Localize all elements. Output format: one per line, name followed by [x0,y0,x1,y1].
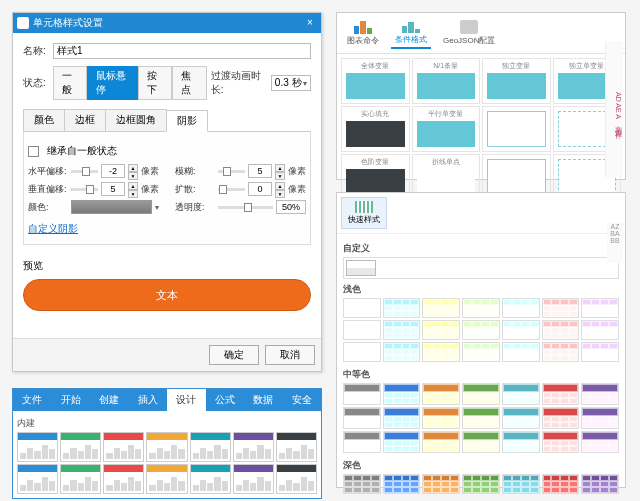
duration-select[interactable]: 0.3 秒 ▾ [271,75,311,91]
style-swatch[interactable] [581,342,619,362]
state-tab-focus[interactable]: 焦点 [172,66,206,100]
chart-template-item[interactable]: N/1条量 [412,58,481,104]
theme-thumbnail[interactable] [233,464,274,494]
style-swatch[interactable] [422,342,460,362]
theme-thumbnail[interactable] [17,464,58,494]
tab-geojson-config[interactable]: GeoJSON配置 [439,18,499,48]
ribbon-tab[interactable]: 安全 [283,389,322,411]
state-tab-pressed[interactable]: 按下 [138,66,172,100]
ribbon-tab[interactable]: 公式 [206,389,245,411]
ribbon-tab[interactable]: 数据 [244,389,283,411]
style-swatch[interactable] [383,383,421,405]
style-swatch[interactable] [422,320,460,340]
tab-conditional-format[interactable]: 条件格式 [391,17,431,49]
style-swatch[interactable] [343,342,381,362]
theme-thumbnail[interactable] [17,432,58,462]
state-tab-hover[interactable]: 鼠标悬停 [87,66,138,100]
style-swatch[interactable] [502,320,540,340]
style-swatch[interactable] [502,383,540,405]
ribbon-tab[interactable]: 插入 [129,389,168,411]
spread-slider[interactable] [218,188,245,191]
custom-style-item[interactable] [346,260,376,276]
style-swatch[interactable] [542,407,580,429]
style-swatch[interactable] [542,474,580,494]
ribbon-tab[interactable]: 开始 [52,389,91,411]
style-swatch[interactable] [383,342,421,362]
theme-thumbnail[interactable] [146,432,187,462]
style-swatch[interactable] [542,383,580,405]
cancel-button[interactable]: 取消 [265,345,315,365]
hoff-slider[interactable] [71,170,98,173]
opacity-value[interactable]: 50% [276,200,306,214]
voff-slider[interactable] [71,188,98,191]
color-picker[interactable] [71,200,152,214]
style-swatch[interactable] [343,407,381,429]
ribbon-tab[interactable]: 设计 [167,389,206,411]
theme-thumbnail[interactable] [103,432,144,462]
ok-button[interactable]: 确定 [209,345,259,365]
style-swatch[interactable] [343,298,381,318]
tab-chart-commands[interactable]: 图表命令 [343,18,383,48]
style-swatch[interactable] [502,407,540,429]
hoff-spinner[interactable]: ▲▼ [128,164,138,178]
style-swatch[interactable] [462,474,500,494]
close-icon[interactable]: × [303,16,317,30]
style-swatch[interactable] [581,431,619,453]
opacity-slider[interactable] [218,206,273,209]
tab-shadow[interactable]: 阴影 [166,110,208,132]
style-swatch[interactable] [343,431,381,453]
style-swatch[interactable] [462,383,500,405]
style-swatch[interactable] [462,431,500,453]
style-swatch[interactable] [581,383,619,405]
theme-thumbnail[interactable] [146,464,187,494]
style-swatch[interactable] [581,407,619,429]
hoff-value[interactable]: -2 [101,164,125,178]
style-swatch[interactable] [383,320,421,340]
blur-value[interactable]: 5 [248,164,272,178]
inherit-checkbox[interactable] [28,146,39,157]
style-swatch[interactable] [502,431,540,453]
theme-thumbnail[interactable] [276,432,317,462]
chart-template-item[interactable]: 全体变量 [341,58,410,104]
quick-style-button[interactable]: 快速样式 [341,197,387,229]
theme-thumbnail[interactable] [276,464,317,494]
style-swatch[interactable] [502,298,540,318]
style-swatch[interactable] [383,431,421,453]
style-swatch[interactable] [542,342,580,362]
style-swatch[interactable] [422,431,460,453]
style-swatch[interactable] [422,383,460,405]
ribbon-tab[interactable]: 创建 [90,389,129,411]
custom-shadow-link[interactable]: 自定义阴影 [28,222,78,236]
style-swatch[interactable] [462,342,500,362]
ribbon-tab[interactable]: 文件 [13,389,52,411]
state-tab-normal[interactable]: 一般 [53,66,87,100]
theme-thumbnail[interactable] [190,464,231,494]
style-swatch[interactable] [383,474,421,494]
style-swatch[interactable] [383,298,421,318]
style-swatch[interactable] [462,320,500,340]
style-swatch[interactable] [422,474,460,494]
blur-spinner[interactable]: ▲▼ [275,164,285,178]
style-swatch[interactable] [383,407,421,429]
style-swatch[interactable] [542,298,580,318]
style-swatch[interactable] [422,298,460,318]
tab-color[interactable]: 颜色 [23,109,65,131]
theme-thumbnail[interactable] [190,432,231,462]
voff-value[interactable]: 5 [101,182,125,196]
dialog-titlebar[interactable]: 单元格样式设置 × [13,13,321,33]
chart-template-item[interactable] [482,106,551,152]
style-swatch[interactable] [462,298,500,318]
style-swatch[interactable] [502,474,540,494]
spread-value[interactable]: 0 [248,182,272,196]
style-swatch[interactable] [542,320,580,340]
voff-spinner[interactable]: ▲▼ [128,182,138,196]
name-input[interactable] [53,43,311,59]
style-swatch[interactable] [581,320,619,340]
spread-spinner[interactable]: ▲▼ [275,182,285,196]
theme-thumbnail[interactable] [60,432,101,462]
theme-thumbnail[interactable] [233,432,274,462]
tab-border[interactable]: 边框 [64,109,106,131]
style-swatch[interactable] [422,407,460,429]
chart-template-item[interactable]: 独立变量 [482,58,551,104]
style-swatch[interactable] [542,431,580,453]
